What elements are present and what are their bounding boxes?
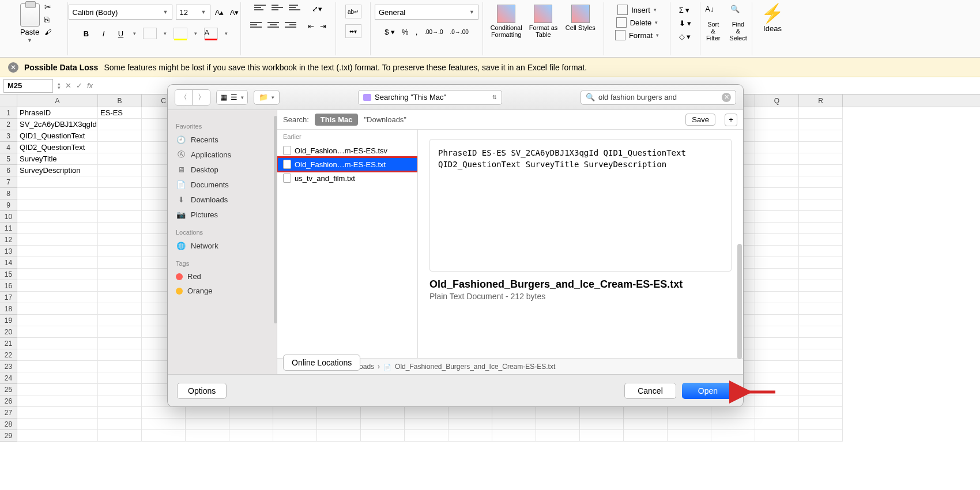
warning-close-icon[interactable]: ✕ — [8, 62, 18, 73]
cell[interactable] — [799, 130, 843, 142]
number-format-select[interactable]: General ▼ — [375, 5, 478, 20]
sidebar-tag-red[interactable]: Red — [168, 269, 277, 284]
cell[interactable] — [98, 119, 142, 130]
cell[interactable] — [17, 269, 98, 280]
select-all-corner[interactable] — [0, 95, 17, 107]
cell[interactable] — [98, 257, 142, 269]
cell[interactable] — [17, 349, 98, 361]
cell[interactable]: SurveyTitle — [17, 153, 98, 165]
cell[interactable] — [755, 361, 799, 372]
cell[interactable] — [711, 430, 755, 442]
increase-decimal-icon[interactable]: .00→.0 — [424, 29, 443, 35]
cell[interactable] — [17, 303, 98, 315]
cell[interactable] — [755, 188, 799, 199]
cell[interactable] — [755, 269, 799, 280]
cell[interactable] — [755, 107, 799, 119]
cell[interactable] — [98, 361, 142, 372]
cell[interactable] — [492, 407, 536, 419]
row-header[interactable]: 19 — [0, 315, 17, 326]
format-as-table-button[interactable]: Format as Table — [526, 5, 560, 38]
align-bottom-icon[interactable] — [289, 5, 300, 14]
cell[interactable] — [799, 361, 843, 372]
row-header[interactable]: 15 — [0, 269, 17, 280]
cell[interactable] — [536, 419, 580, 430]
cell[interactable]: PhraseID — [17, 107, 98, 119]
copy-icon[interactable] — [44, 15, 54, 24]
sidebar-item-recents[interactable]: 🕘Recents — [168, 132, 277, 147]
cell[interactable] — [492, 419, 536, 430]
fill-icon[interactable]: ⬇ ▾ — [679, 19, 692, 28]
column-header[interactable]: Q — [755, 95, 799, 107]
cell[interactable] — [580, 430, 624, 442]
online-locations-button[interactable]: Online Locations — [283, 355, 360, 371]
wrap-text-button[interactable]: ab↵ — [345, 5, 361, 18]
format-painter-icon[interactable] — [44, 28, 54, 37]
cell[interactable] — [17, 223, 98, 234]
italic-button[interactable]: I — [99, 29, 109, 38]
cell[interactable] — [755, 153, 799, 165]
row-header[interactable]: 2 — [0, 119, 17, 130]
cell[interactable] — [98, 165, 142, 176]
cell[interactable] — [17, 246, 98, 257]
clear-icon[interactable]: ◇ ▾ — [679, 32, 692, 41]
cell[interactable] — [98, 234, 142, 246]
cell[interactable] — [17, 372, 98, 384]
view-mode-buttons[interactable]: ▦ ☰ ▾ — [216, 90, 248, 105]
column-header[interactable]: R — [799, 95, 843, 107]
increase-font-icon[interactable]: A▴ — [214, 6, 225, 18]
align-center-icon[interactable] — [267, 22, 279, 31]
cell[interactable] — [755, 349, 799, 361]
fx-icon[interactable]: fx — [87, 81, 93, 90]
cell[interactable] — [229, 419, 273, 430]
merge-button[interactable]: ⬌▾ — [345, 24, 361, 38]
cell[interactable] — [98, 372, 142, 384]
cell[interactable] — [755, 395, 799, 407]
bold-button[interactable]: B — [81, 29, 92, 38]
cell[interactable] — [799, 315, 843, 326]
align-left-icon[interactable] — [250, 22, 262, 31]
font-color-button[interactable]: A — [204, 28, 218, 39]
row-header[interactable]: 16 — [0, 280, 17, 292]
cell[interactable] — [98, 223, 142, 234]
cell[interactable] — [799, 257, 843, 269]
cell[interactable] — [142, 419, 186, 430]
cell[interactable] — [799, 303, 843, 315]
cell[interactable] — [799, 326, 843, 338]
row-header[interactable]: 1 — [0, 107, 17, 119]
add-criteria-button[interactable]: + — [725, 114, 737, 126]
cell[interactable] — [17, 176, 98, 188]
decrease-font-icon[interactable]: A▾ — [229, 6, 240, 18]
cell[interactable] — [98, 384, 142, 395]
cut-icon[interactable] — [44, 2, 54, 12]
borders-button[interactable] — [143, 28, 157, 39]
cell[interactable] — [17, 361, 98, 372]
cell[interactable] — [755, 419, 799, 430]
cell[interactable] — [317, 430, 361, 442]
row-header[interactable]: 26 — [0, 395, 17, 407]
cell[interactable] — [799, 234, 843, 246]
accept-formula-icon[interactable]: ✓ — [76, 81, 82, 90]
delete-button[interactable]: Delete ▾ — [616, 17, 658, 28]
cell[interactable] — [755, 130, 799, 142]
cell[interactable] — [799, 280, 843, 292]
cell[interactable] — [799, 188, 843, 199]
open-button[interactable]: Open — [682, 383, 734, 399]
row-header[interactable]: 24 — [0, 372, 17, 384]
sort-filter-icon[interactable]: A↓ — [705, 5, 721, 21]
format-button[interactable]: Format ▾ — [615, 30, 659, 40]
file-item[interactable]: us_tv_and_film.txt — [277, 171, 417, 185]
cell[interactable] — [755, 372, 799, 384]
cell[interactable] — [98, 188, 142, 199]
cell[interactable] — [17, 199, 98, 211]
row-header[interactable]: 11 — [0, 223, 17, 234]
ideas-icon[interactable]: ⚡ — [761, 2, 784, 24]
cell[interactable] — [361, 419, 405, 430]
cell[interactable] — [273, 430, 317, 442]
save-search-button[interactable]: Save — [685, 114, 715, 126]
cell[interactable] — [98, 199, 142, 211]
cell[interactable] — [799, 211, 843, 223]
list-view-icon[interactable]: ☰ — [231, 93, 238, 101]
cell[interactable] — [186, 419, 229, 430]
row-header[interactable]: 10 — [0, 211, 17, 223]
row-header[interactable]: 5 — [0, 153, 17, 165]
